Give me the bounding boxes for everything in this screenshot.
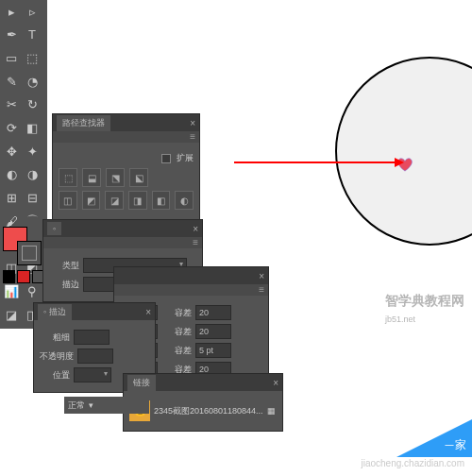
panel-menu-icon[interactable]: ≡ xyxy=(259,284,264,296)
thickness-label: 粗细 xyxy=(40,332,70,344)
pathfinder-mode-1[interactable]: ⬓ xyxy=(82,168,101,187)
arrow-annotation-head xyxy=(395,158,404,167)
stroke-label: 描边 xyxy=(49,279,79,291)
close-icon[interactable]: × xyxy=(259,271,264,281)
tool-1[interactable]: ▹ xyxy=(23,2,42,21)
watermark-main: 智学典教程网jb51.net xyxy=(385,293,464,325)
close-icon[interactable]: × xyxy=(190,118,195,128)
panel-menu-icon[interactable]: ≡ xyxy=(193,237,198,248)
close-icon[interactable]: × xyxy=(145,307,151,317)
tool-26[interactable]: ◪ xyxy=(2,305,21,324)
link-item-row[interactable]: 🐱 2345截图20160801180844... ▦ xyxy=(129,400,277,421)
tool-3[interactable]: T xyxy=(23,26,42,44)
status-bar: 正常 ▾ xyxy=(64,397,149,414)
pathfinder-mode-6[interactable]: ◪ xyxy=(105,191,124,210)
pathfinder-mode-5[interactable]: ◩ xyxy=(82,191,101,210)
pathfinder-mode-9[interactable]: ◐ xyxy=(175,191,194,210)
close-icon[interactable]: × xyxy=(273,378,278,388)
tolerance-input[interactable] xyxy=(195,305,231,320)
tolerance-label: 容差 xyxy=(161,345,192,357)
opacity-label: 不透明度 xyxy=(40,350,74,363)
chevron-down-icon[interactable]: ▾ xyxy=(89,400,93,410)
close-icon[interactable]: × xyxy=(193,224,198,234)
tool-6[interactable]: ✎ xyxy=(2,72,21,91)
blend-mode-label: 正常 xyxy=(68,400,85,412)
tool-12[interactable]: ✥ xyxy=(2,142,21,161)
links-tab[interactable]: 链接 xyxy=(127,375,156,391)
mini-swatch-red[interactable] xyxy=(17,270,29,283)
pathfinder-mode-0[interactable]: ⬚ xyxy=(59,168,77,187)
pathfinder-tab[interactable]: 路径查找器 xyxy=(57,115,110,131)
tool-14[interactable]: ◐ xyxy=(2,165,21,184)
extend-label: 扩展 xyxy=(177,152,194,164)
position-label: 位置 xyxy=(40,369,70,382)
watermark-sub: jiaocheng.chazidian.com xyxy=(361,458,464,468)
opacity-input[interactable] xyxy=(77,348,113,364)
tool-10[interactable]: ⟳ xyxy=(2,119,21,138)
pathfinder-mode-8[interactable]: ◧ xyxy=(152,191,171,210)
pathfinder-mode-7[interactable]: ◨ xyxy=(128,191,147,210)
position-dropdown[interactable] xyxy=(74,367,111,382)
tolerance-input[interactable] xyxy=(195,343,231,358)
pathfinder-panel: 路径查找器 × ≡ 扩展 ⬚⬓⬔⬕ ◫◩◪◨◧◐ xyxy=(52,113,200,220)
tool-5[interactable]: ⬚ xyxy=(23,48,42,67)
tool-11[interactable]: ◧ xyxy=(23,119,42,138)
tool-17[interactable]: ⊟ xyxy=(23,189,42,208)
tool-0[interactable]: ▸ xyxy=(2,2,21,21)
tool-9[interactable]: ↻ xyxy=(23,95,42,114)
tool-7[interactable]: ◔ xyxy=(23,72,42,91)
stroke-tab[interactable]: ◦ 描边 xyxy=(38,304,72,320)
pathfinder-mode-2[interactable]: ⬔ xyxy=(106,168,125,187)
mini-swatches xyxy=(0,267,47,286)
type-tab[interactable]: ◦ xyxy=(47,222,61,235)
type-label: 类型 xyxy=(49,260,79,272)
arrow-annotation-line xyxy=(234,162,396,163)
tool-8[interactable]: ✂ xyxy=(2,95,21,114)
circle-shape xyxy=(335,57,472,246)
panel-menu-icon[interactable]: ≡ xyxy=(190,131,195,143)
mini-swatch-black[interactable] xyxy=(3,270,15,283)
link-embed-icon: ▦ xyxy=(267,406,276,416)
tool-16[interactable]: ⊞ xyxy=(2,189,21,208)
corner-badge-text: ⸺家 xyxy=(444,437,466,453)
tool-13[interactable]: ✦ xyxy=(23,142,42,161)
tool-15[interactable]: ◑ xyxy=(23,165,42,184)
tool-2[interactable]: ✒ xyxy=(2,26,21,44)
tolerance-label: 容差 xyxy=(161,326,192,338)
tool-4[interactable]: ▭ xyxy=(2,48,21,67)
tolerance-input[interactable] xyxy=(195,324,231,339)
pathfinder-mode-3[interactable]: ⬕ xyxy=(129,168,148,187)
pathfinder-mode-4[interactable]: ◫ xyxy=(59,191,77,210)
extend-checkbox[interactable] xyxy=(161,154,171,163)
link-filename: 2345截图20160801180844... xyxy=(154,405,263,417)
stroke-swatch[interactable] xyxy=(17,241,42,265)
tolerance-label: 容差 xyxy=(161,307,192,319)
thickness-input[interactable] xyxy=(74,330,110,345)
